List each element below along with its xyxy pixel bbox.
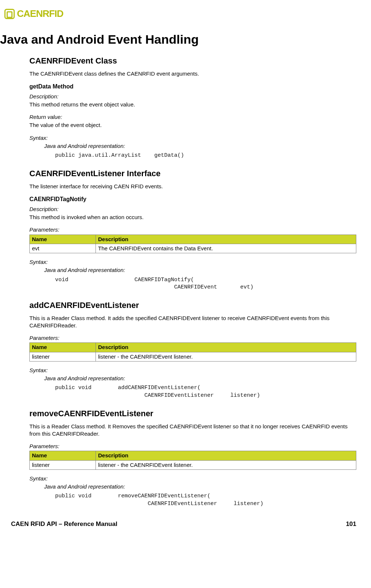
table-row: listener listener - the CAENRFIDEvent li… — [30, 460, 356, 469]
cell-description: listener - the CAENRFIDEvent listener. — [96, 460, 356, 469]
caen-logo-icon — [4, 9, 15, 19]
cell-description: listener - the CAENRFIDEvent listener. — [96, 352, 356, 361]
header-logo: CAENRFID — [0, 7, 360, 20]
cell-name: listener — [30, 352, 96, 361]
code-removelistener: public void removeCAENRFIDEventListener(… — [29, 493, 356, 508]
return-value-text: The value of the event object. — [29, 121, 356, 129]
code-addlistener: public void addCAENRFIDEventListener( CA… — [29, 384, 356, 399]
page-footer: CAEN RFID API – Reference Manual 101 — [0, 520, 360, 529]
label-parameters: Parameters: — [29, 443, 356, 450]
page-content: CAENRFIDEvent Class The CAENRFIDEvent cl… — [0, 55, 360, 508]
label-representation: Java and Android representation: — [29, 266, 356, 274]
label-representation: Java and Android representation: — [29, 375, 356, 382]
description-text: This method is invoked when an action oc… — [29, 214, 356, 221]
caen-logo-text: CAENRFID — [17, 7, 63, 20]
parameters-table: Name Description listener listener - the… — [29, 451, 356, 470]
label-parameters: Parameters: — [29, 226, 356, 233]
label-description: Description: — [29, 206, 356, 213]
section-intro: This is a Reader Class method. It Remove… — [29, 423, 356, 438]
th-description: Description — [96, 343, 356, 352]
label-syntax: Syntax: — [29, 134, 356, 142]
section-caenrfideventlistener-interface: CAENRFIDEventListener Interface — [29, 168, 356, 179]
section-intro: The CAENRFIDEvent class defines the CAEN… — [29, 70, 356, 77]
section-addcaenrfideventlistener: addCAENRFIDEventListener — [29, 300, 356, 311]
cell-description: The CAENRFIDEvent contains the Data Even… — [96, 244, 356, 253]
label-representation: Java and Android representation: — [29, 483, 356, 490]
code-getdata: public java.util.ArrayList getData() — [29, 152, 356, 159]
footer-title: CAEN RFID API – Reference Manual — [11, 520, 117, 529]
label-return-value: Return value: — [29, 113, 356, 121]
method-caenrfidtagnotify: CAENRFIDTagNotify — [29, 195, 356, 203]
section-removecaenrfideventlistener: removeCAENRFIDEventListener — [29, 408, 356, 419]
table-row: listener listener - the CAENRFIDEvent li… — [30, 352, 356, 361]
cell-name: listener — [30, 460, 96, 469]
th-name: Name — [30, 235, 96, 244]
table-row: evt The CAENRFIDEvent contains the Data … — [30, 244, 356, 253]
code-tagnotify: void CAENRFIDTagNotify( CAENRFIDEvent ev… — [29, 276, 356, 291]
section-intro: This is a Reader Class method. It adds t… — [29, 315, 356, 330]
cell-name: evt — [30, 244, 96, 253]
parameters-table: Name Description evt The CAENRFIDEvent c… — [29, 235, 356, 254]
section-intro: The listener interface for receiving CAE… — [29, 183, 356, 190]
page-title: Java and Android Event Handling — [0, 31, 360, 48]
method-getdata: getData Method — [29, 83, 356, 91]
label-parameters: Parameters: — [29, 334, 356, 342]
label-syntax: Syntax: — [29, 475, 356, 482]
label-representation: Java and Android representation: — [29, 142, 356, 150]
description-text: This method returns the event object val… — [29, 101, 356, 108]
label-syntax: Syntax: — [29, 367, 356, 374]
th-description: Description — [96, 451, 356, 460]
section-caenrfidevent-class: CAENRFIDEvent Class — [29, 55, 356, 66]
th-description: Description — [96, 235, 356, 244]
label-syntax: Syntax: — [29, 258, 356, 266]
footer-page-number: 101 — [346, 520, 356, 529]
th-name: Name — [30, 343, 96, 352]
th-name: Name — [30, 451, 96, 460]
parameters-table: Name Description listener listener - the… — [29, 342, 356, 362]
label-description: Description: — [29, 93, 356, 100]
